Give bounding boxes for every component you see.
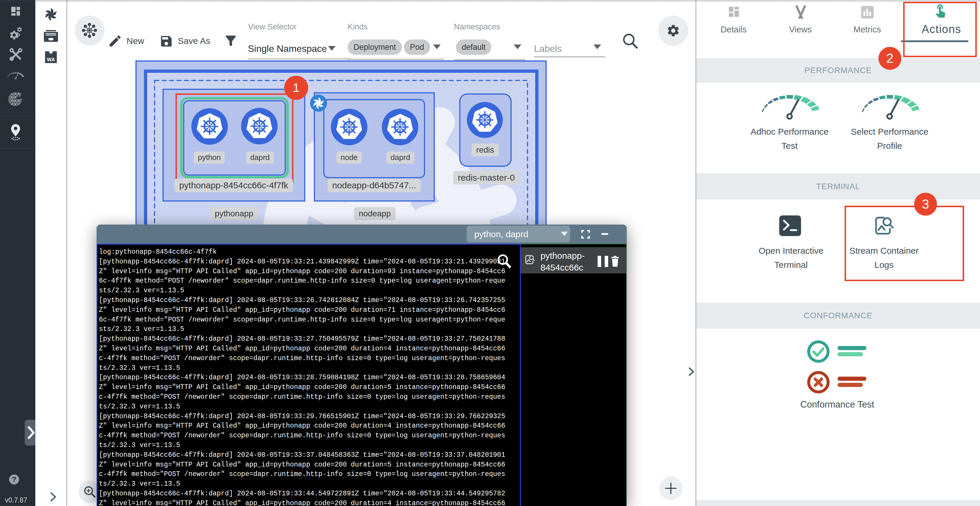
- svg-text:WA: WA: [47, 57, 55, 62]
